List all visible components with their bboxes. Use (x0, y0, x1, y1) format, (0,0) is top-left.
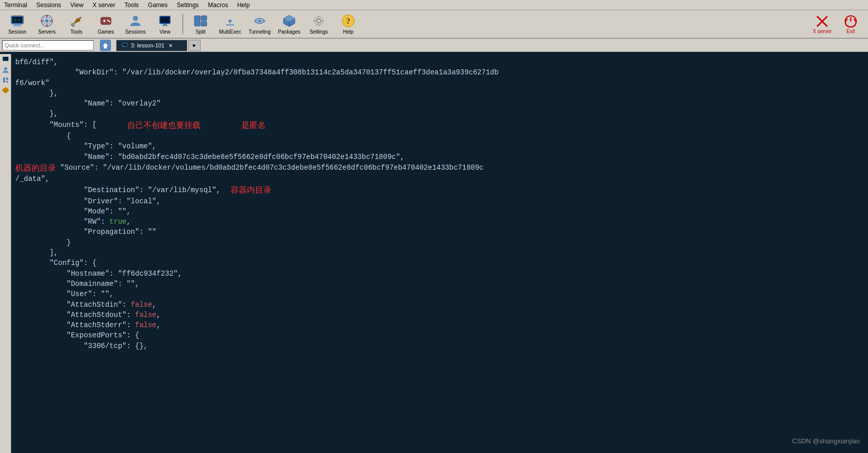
svg-point-10 (46, 15, 48, 17)
tunneling-icon (253, 14, 267, 28)
svg-point-12 (41, 20, 43, 22)
terminal-tab[interactable]: 3: lesson-101 ✕ (116, 40, 187, 51)
destination-line-wrapper: "Destination": "/var/lib/mysql", 容器内目录 (15, 184, 864, 196)
rw-true-value: true (109, 218, 127, 226)
menu-terminal[interactable]: Terminal (2, 2, 29, 9)
code-line-9: "Type": "volume", (15, 141, 864, 151)
multiexec-button[interactable]: MultiExec (217, 11, 243, 37)
packages-button[interactable]: Packages (276, 11, 302, 37)
games-label: Games (98, 29, 114, 35)
code-line-5: "Name": "overlay2" (15, 98, 864, 109)
left-sidebar: >_ (0, 54, 11, 453)
toolbar-separator (182, 14, 183, 34)
code-line-17: "Propagation": "" (15, 227, 864, 237)
menu-tools[interactable]: Tools (123, 2, 141, 9)
svg-rect-47 (6, 81, 8, 83)
menu-settings[interactable]: Settings (175, 2, 201, 9)
mounts-line: "Mounts": [ 自己不创建也要挂载 是匿名 (15, 119, 864, 131)
code-line-4: }, (15, 88, 864, 98)
code-line-16: "RW": true, (15, 217, 864, 227)
code-line-11: "Source": "/var/lib/docker/volumes/bd0ab… (60, 163, 484, 173)
tunneling-label: Tunneling (248, 29, 271, 35)
tunneling-button[interactable]: Tunneling (246, 11, 273, 37)
xserver-button[interactable]: X server (809, 11, 835, 37)
quick-connect-input[interactable] (2, 40, 94, 50)
settings-button[interactable]: Settings (305, 11, 332, 37)
tab-label: 3: lesson-101 (131, 42, 164, 48)
code-line-21: "Hostname": "ff6dc934f232", (15, 269, 864, 279)
home-icon[interactable] (100, 40, 111, 51)
svg-point-44 (4, 67, 7, 70)
code-line-8: { (15, 131, 864, 141)
svg-point-31 (317, 19, 321, 23)
menu-macros[interactable]: Macros (206, 2, 230, 9)
games-button[interactable]: Games (93, 11, 119, 37)
svg-point-13 (51, 20, 53, 22)
code-line-13: "Destination": "/var/lib/mysql", (15, 185, 220, 195)
terminal-content: bf6/diff", "WorkDir": "/var/lib/docker/o… (11, 54, 868, 453)
code-line-7: "Mounts": [ (15, 120, 97, 130)
xserver-icon (815, 14, 829, 29)
menu-help[interactable]: Help (235, 2, 252, 9)
svg-rect-24 (194, 16, 200, 26)
code-line-6: }, (15, 109, 864, 119)
code-line-22: "Domainname": "", (15, 279, 864, 289)
sidebar-icon-1[interactable]: >_ (1, 55, 10, 64)
exit-label: Exit (847, 29, 855, 34)
tools-icon (69, 14, 83, 28)
packages-icon (282, 14, 296, 28)
split-button[interactable]: Split (187, 11, 214, 37)
sidebar-icon-4[interactable] (1, 86, 10, 95)
attachstderr-false-value: false (135, 321, 156, 329)
view-button[interactable]: View (152, 11, 178, 37)
svg-rect-26 (201, 21, 207, 26)
xserver-label: X server (813, 29, 831, 34)
toolbar: C:\ Session Servers (0, 10, 868, 39)
split-label: Split (195, 29, 205, 35)
view-icon (158, 14, 172, 28)
svg-rect-21 (160, 17, 170, 23)
sidebar-icon-3[interactable] (1, 75, 10, 85)
annotation-mounts: 自己不创建也要挂载 (127, 119, 201, 131)
packages-label: Packages (278, 29, 300, 35)
code-line-14: "Driver": "local", (15, 196, 864, 206)
svg-text:?: ? (346, 17, 350, 25)
source-line-wrapper: 机器的目录 "Source": "/var/lib/docker/volumes… (15, 162, 864, 174)
code-line-19: ], (15, 248, 864, 258)
code-line-10: "Name": "bd0abd2bfec4d07c3c3debe8e5f5662… (15, 152, 864, 162)
exit-button[interactable]: Exit (837, 11, 864, 37)
session-label: Session (8, 29, 26, 35)
sessions-label: Sessions (125, 29, 146, 35)
view-label: View (159, 29, 171, 35)
menu-xserver[interactable]: X server (91, 2, 118, 9)
tab-nav-button[interactable]: ▶ (188, 40, 201, 51)
help-icon: ? (341, 14, 355, 28)
code-line-2: "WorkDir": "/var/lib/docker/overlay2/0fb… (15, 67, 864, 77)
exit-icon (844, 14, 858, 29)
servers-button[interactable]: Servers (34, 11, 60, 37)
menu-view[interactable]: View (68, 2, 86, 9)
menu-games[interactable]: Games (146, 2, 170, 9)
svg-point-29 (258, 19, 261, 22)
session-icon: C:\ (10, 14, 24, 28)
annotation-anonymous: 是匿名 (241, 119, 266, 131)
code-line-20: "Config": { (15, 258, 864, 268)
svg-rect-2 (13, 25, 22, 26)
sessions-icon (128, 14, 143, 28)
tools-button[interactable]: Tools (63, 11, 90, 37)
svg-text:>_: >_ (4, 58, 7, 61)
session-button[interactable]: C:\ Session (4, 11, 31, 37)
toolbar-right: X server Exit (809, 11, 864, 37)
servers-label: Servers (38, 29, 55, 35)
tab-close-button[interactable]: ✕ (167, 42, 174, 48)
attachstdout-false-value: false (135, 311, 156, 319)
code-line-18: } (15, 237, 864, 248)
svg-rect-22 (163, 24, 167, 25)
code-line-3: f6/work" (15, 78, 864, 88)
sessions-toolbar-button[interactable]: Sessions (122, 11, 149, 37)
sidebar-icon-2[interactable] (1, 65, 10, 74)
address-bar: 3: lesson-101 ✕ ▶ (0, 39, 868, 52)
svg-text:C:\: C:\ (14, 18, 21, 22)
help-button[interactable]: ? Help (335, 11, 361, 37)
menu-sessions[interactable]: Sessions (34, 2, 63, 9)
